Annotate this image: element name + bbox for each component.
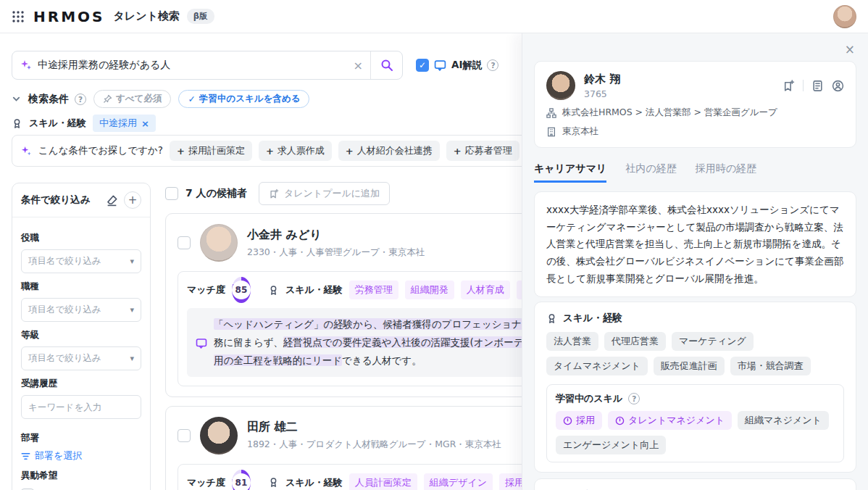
- apps-grid-icon[interactable]: [12, 10, 25, 23]
- tab-internal-history[interactable]: 社内の経歴: [625, 162, 676, 183]
- results-list: 7 人の候補者 タレントプールに追加 小金井 みどり 2330・人事・人事管理グ…: [165, 183, 529, 490]
- clear-search-icon[interactable]: ×: [346, 59, 370, 72]
- skill-category-label: スキル・経験: [285, 283, 343, 296]
- filter-label-transfer: 異動希望: [21, 470, 141, 482]
- search-main-area: × ✓ AI解説 ? 検索条件 ? すべて必須: [0, 33, 529, 490]
- skill-chip[interactable]: 労務管理: [349, 281, 398, 299]
- match-score-ring: 85: [232, 277, 251, 303]
- caret-down-icon: ▾: [130, 257, 134, 266]
- candidate-checkbox[interactable]: [178, 429, 191, 442]
- user-avatar[interactable]: [833, 5, 856, 28]
- ai-help-icon[interactable]: ?: [487, 59, 498, 71]
- match-section: マッチ度 81 スキル・経験 人員計画策定 組織デザイン 採用ブランディング テ…: [178, 464, 529, 490]
- skill-tag[interactable]: マーケティング: [672, 332, 754, 351]
- results-header: 7 人の候補者 タレントプールに追加: [165, 183, 529, 204]
- role-select[interactable]: 項目名で絞り込み▾: [21, 249, 141, 273]
- suggestion-chip[interactable]: +応募者管理: [446, 141, 519, 161]
- candidate-meta: 2330・人事・人事管理グループ・東京本社: [247, 246, 425, 259]
- search-box[interactable]: ×: [12, 51, 403, 80]
- skills-card: スキル・経験 法人営業 代理店営業 マーケティング タイムマネジメント 販売促進…: [534, 302, 856, 473]
- learning-skill-tag[interactable]: 採用: [556, 411, 602, 430]
- certifications-card: 保有資格 TOEIC 950: [534, 478, 856, 490]
- candidate-name[interactable]: 田所 雄二: [247, 420, 501, 435]
- select-department-link[interactable]: 部署を選択: [21, 449, 141, 462]
- ai-comment-line: 用の全工程を戦略的にリードできる人材です。: [214, 352, 529, 370]
- candidate-meta: 1892・人事・プロダクト人材戦略グループ・MGR・東京本社: [247, 439, 501, 451]
- chevron-down-icon[interactable]: [12, 94, 21, 104]
- suggestion-chip[interactable]: +採用計画策定: [170, 141, 252, 161]
- skill-tag[interactable]: 代理店営業: [604, 332, 666, 351]
- include-learning-pill[interactable]: ✓ 学習中のスキルを含める: [178, 90, 309, 108]
- candidate-card[interactable]: 田所 雄二 1892・人事・プロダクト人材戦略グループ・MGR・東京本社 マッチ…: [165, 406, 529, 490]
- profile-tabs: キャリアサマリ 社内の経歴 採用時の経歴: [534, 162, 856, 183]
- filter-label-grade: 等級: [21, 329, 141, 341]
- remove-tag-icon[interactable]: ×: [141, 118, 149, 129]
- skill-badge-icon: [546, 313, 557, 324]
- skill-tag[interactable]: 市場・競合調査: [730, 357, 811, 375]
- ai-sparkle-icon: [12, 59, 32, 71]
- caret-down-icon: ▾: [130, 305, 134, 315]
- close-panel-icon[interactable]: ×: [845, 42, 855, 57]
- skill-chip[interactable]: 組織デザイン: [424, 473, 493, 490]
- ai-explanation-toggle[interactable]: ✓ AI解説 ?: [416, 59, 498, 72]
- grade-select[interactable]: 項目名で絞り込み▾: [21, 346, 141, 370]
- learning-skills-box: 学習中のスキル ? 採用 タレントマネジメント 組織マネジメント エンゲージメン…: [546, 384, 844, 462]
- hrmos-logo[interactable]: HRMOS: [33, 8, 104, 25]
- ai-comment-line: 務に留まらず、経営視点での要件定義や入社後の活躍支援(オンボーディング)まで一: [214, 333, 529, 352]
- profile-office: 東京本社: [546, 125, 844, 138]
- learning-skill-tag[interactable]: エンゲージメント向上: [556, 436, 666, 454]
- profile-org-path: 株式会社HRMOS > 法人営業部 > 営業企画グループ: [546, 107, 844, 119]
- beta-badge: β版: [187, 9, 214, 24]
- skill-badge-icon: [268, 285, 279, 296]
- tab-hiring-history[interactable]: 採用時の経歴: [696, 162, 756, 183]
- add-to-talent-pool-button[interactable]: タレントプールに追加: [259, 182, 390, 205]
- add-filter-button[interactable]: +: [124, 191, 141, 209]
- skill-tag[interactable]: 法人営業: [546, 332, 598, 351]
- skill-badge-icon: [268, 477, 279, 488]
- candidate-count: 7 人の候補者: [185, 187, 247, 200]
- person-circle-icon[interactable]: [832, 80, 844, 92]
- ai-comment-line: 「ヘッドハンティング」の経験から、候補者獲得のプロフェッショナルとしての高い: [214, 315, 529, 333]
- candidate-name[interactable]: 小金井 みどり: [247, 228, 425, 243]
- filter-category-label: スキル・経験: [29, 117, 86, 130]
- filter-funnel-icon: [21, 452, 30, 461]
- in-progress-clock-icon: [563, 416, 572, 425]
- all-required-pill[interactable]: すべて必須: [93, 90, 171, 108]
- candidate-checkbox[interactable]: [178, 236, 191, 249]
- bookmark-plus-icon[interactable]: [783, 80, 795, 92]
- skill-chip[interactable]: 人材育成: [461, 281, 510, 299]
- match-score-ring: 81: [232, 470, 251, 490]
- tab-career-summary[interactable]: キャリアサマリ: [534, 162, 606, 183]
- learning-help-icon[interactable]: ?: [628, 393, 640, 404]
- skill-tag[interactable]: 販売促進計画: [654, 357, 725, 375]
- profile-name: 鈴木 翔: [584, 72, 620, 86]
- search-button[interactable]: [370, 51, 402, 79]
- learning-skill-tag[interactable]: タレントマネジメント: [608, 411, 732, 430]
- caret-down-icon: ▾: [130, 354, 134, 363]
- profile-detail-panel: × 鈴木 翔 3765: [522, 33, 868, 490]
- learning-skills-title: 学習中のスキル: [556, 392, 622, 405]
- candidate-avatar: [200, 417, 238, 454]
- match-section: マッチ度 85 スキル・経験 労務管理 組織開発 人材育成 人材戦略 組織人事コ…: [178, 271, 529, 386]
- conditions-help-icon[interactable]: ?: [75, 94, 86, 105]
- top-bar: HRMOS タレント検索 β版: [0, 0, 868, 33]
- suggestion-chip[interactable]: +求人票作成: [259, 141, 332, 161]
- skill-chip[interactable]: 組織開発: [405, 281, 454, 299]
- course-history-input[interactable]: [21, 395, 141, 419]
- suggestion-chip[interactable]: +人材紹介会社連携: [338, 141, 440, 161]
- eraser-icon[interactable]: [106, 194, 118, 207]
- divider: [803, 80, 804, 91]
- skill-tag[interactable]: タイムマネジメント: [546, 357, 648, 375]
- document-icon[interactable]: [811, 80, 824, 92]
- suggestion-box: こんな条件でお探しですか? +採用計画策定 +求人票作成 +人材紹介会社連携 +…: [12, 135, 529, 167]
- suggest-sparkle-icon: [21, 146, 32, 157]
- skill-chip[interactable]: 人員計画策定: [349, 473, 417, 490]
- jobtype-select[interactable]: 項目名で絞り込み▾: [21, 298, 141, 322]
- select-all-checkbox[interactable]: [165, 187, 178, 200]
- conditions-label: 検索条件 ?: [28, 93, 86, 106]
- learning-skill-tag[interactable]: 組織マネジメント: [738, 411, 829, 430]
- ai-checkbox[interactable]: ✓: [416, 59, 429, 72]
- search-input[interactable]: [32, 59, 346, 71]
- candidate-card[interactable]: 小金井 みどり 2330・人事・人事管理グループ・東京本社 マッチ度 85 スキ…: [165, 213, 529, 397]
- filter-tag-chutosaiyo[interactable]: 中途採用 ×: [93, 115, 156, 132]
